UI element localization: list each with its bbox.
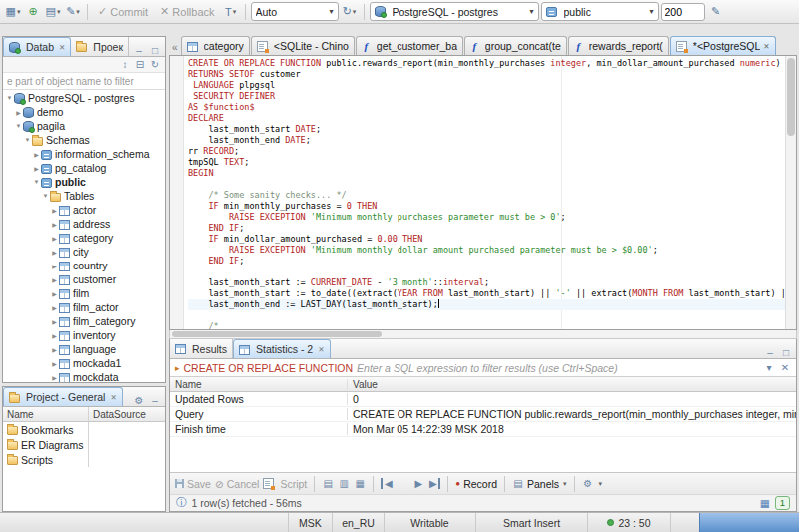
tree-item-film[interactable]: ▶film (3, 286, 165, 300)
minimize-panel-icon[interactable]: – (149, 395, 161, 406)
code-area[interactable]: CREATE OR REPLACE FUNCTION public.reward… (184, 56, 785, 329)
code-line-20[interactable] (188, 266, 785, 277)
close-icon[interactable]: ✕ (318, 345, 324, 354)
editor-tab-rewards-report[interactable]: frewards_report( (568, 36, 669, 55)
collapsed-arrow-icon[interactable]: ▶ (50, 346, 59, 353)
record-button[interactable]: ●Record (455, 478, 497, 490)
tree-item-tables[interactable]: ▼Tables (3, 189, 165, 203)
code-line-1[interactable]: CREATE OR REPLACE FUNCTION public.reward… (188, 58, 785, 69)
tab-overflow-icon[interactable]: « (171, 42, 181, 55)
code-line-2[interactable]: RETURNS SETOF customer (188, 69, 785, 80)
tree-item-demo[interactable]: ▶demo (3, 105, 165, 119)
scrollbar-thumb[interactable] (787, 58, 795, 136)
minimize-panel-icon[interactable]: – (133, 45, 145, 56)
code-line-9[interactable]: rr RECORD; (188, 146, 785, 157)
grid-column-value[interactable]: Value (348, 379, 796, 390)
collapsed-arrow-icon[interactable]: ▶ (14, 109, 23, 116)
editor-tab-get-customer-ba[interactable]: fget_customer_ba (356, 36, 463, 55)
refresh-icon[interactable]: ↻▾ (341, 2, 359, 21)
project-item-bookmarks[interactable]: Bookmarks (3, 422, 165, 437)
maximize-panel-icon[interactable]: □ (149, 45, 161, 56)
collapsed-arrow-icon[interactable]: ▶ (50, 374, 59, 381)
code-line-15[interactable]: RAISE EXCEPTION 'Minimum monthly purchas… (188, 212, 785, 223)
tree-item-customer[interactable]: ▶customer (3, 272, 165, 286)
tree-item-language[interactable]: ▶language (3, 342, 165, 356)
status-writable[interactable]: Writable (384, 513, 475, 532)
results-tab-results[interactable]: Results (170, 339, 233, 358)
code-line-5[interactable]: AS $function$ (188, 102, 785, 113)
transaction-log-icon[interactable]: T▾ (222, 2, 240, 21)
collapsed-arrow-icon[interactable]: ▶ (32, 151, 41, 158)
refresh-tree-icon[interactable]: ↻ (149, 59, 161, 70)
collapsed-arrow-icon[interactable]: ▶ (50, 249, 59, 256)
last-row-icon[interactable]: ▶ (428, 478, 440, 489)
expanded-arrow-icon[interactable]: ▼ (32, 179, 41, 185)
grid-column-name[interactable]: Name (170, 379, 348, 390)
code-line-16[interactable]: END IF; (188, 223, 785, 234)
notification-badge[interactable]: 1 (775, 496, 790, 510)
text-view-icon[interactable]: ▥ (338, 478, 350, 489)
gear-icon[interactable]: ⚙ (133, 395, 145, 406)
filter-history-icon[interactable]: ▾ (763, 362, 775, 373)
collapse-all-icon[interactable]: ⊟ (134, 59, 146, 70)
code-line-14[interactable]: IF min_monthly_purchases = 0 THEN (188, 201, 785, 212)
scrollbar-thumb[interactable] (172, 331, 382, 337)
code-line-11[interactable]: BEGIN (188, 168, 785, 179)
status-smart-insert[interactable]: Smart Insert (475, 513, 587, 532)
expanded-arrow-icon[interactable]: ▼ (14, 123, 23, 129)
expanded-arrow-icon[interactable]: ▼ (23, 137, 32, 143)
tree-item-pg-catalog[interactable]: ▶pg_catalog (3, 161, 165, 175)
code-line-12[interactable] (188, 179, 785, 190)
tree-item-address[interactable]: ▶address (3, 217, 165, 231)
code-line-3[interactable]: LANGUAGE plpgsql (188, 80, 785, 91)
minimize-results-icon[interactable]: – (764, 347, 776, 358)
new-sql-editor-icon[interactable]: ▤▾ (44, 2, 62, 21)
first-row-icon[interactable]: ◀ (381, 478, 393, 489)
code-line-6[interactable]: DECLARE (188, 113, 785, 124)
editor-tab-sqlite-chino[interactable]: <SQLite - Chino (251, 36, 355, 55)
code-line-21[interactable]: last_month_start := CURRENT_DATE - '3 mo… (188, 277, 785, 288)
results-tab-statistics-2[interactable]: Statistics - 2✕ (233, 339, 330, 358)
tree-item-information-schema[interactable]: ▶information_schema (3, 147, 165, 161)
collapsed-arrow-icon[interactable]: ▶ (50, 318, 59, 325)
sql-editor[interactable]: CREATE OR REPLACE FUNCTION public.reward… (169, 55, 797, 330)
close-icon[interactable]: ✕ (110, 393, 116, 402)
code-line-4[interactable]: SECURITY DEFINER (188, 91, 785, 102)
script-button[interactable]: Script (263, 478, 307, 490)
navigator-filter-input[interactable]: e part of object name to filter (3, 73, 165, 90)
collapsed-arrow-icon[interactable]: ▶ (50, 221, 59, 228)
project-item-er-diagrams[interactable]: ER Diagrams (3, 437, 165, 452)
filter-clear-icon[interactable]: ✕ (779, 362, 791, 373)
collapsed-arrow-icon[interactable]: ▶ (50, 276, 59, 283)
open-editor-icon[interactable]: ✎▾ (64, 2, 82, 21)
editor-vertical-scrollbar[interactable] (785, 56, 796, 329)
collapsed-arrow-icon[interactable]: ▶ (50, 290, 59, 297)
column-header-datasource[interactable]: DataSource (89, 407, 165, 421)
tree-item-postgresql-postgres[interactable]: ▼PostgreSQL - postgres (3, 91, 165, 105)
panels-button[interactable]: ▤Panels▾ (512, 478, 567, 490)
tree-item-actor[interactable]: ▶actor (3, 203, 165, 217)
code-line-10[interactable]: tmpSQL TEXT; (188, 157, 785, 168)
expanded-arrow-icon[interactable]: ▼ (5, 95, 14, 101)
schema-combo[interactable]: public▾ (541, 2, 659, 21)
tree-item-inventory[interactable]: ▶inventory (3, 328, 165, 342)
rollback-button[interactable]: ✕Rollback (155, 2, 219, 21)
collapsed-arrow-icon[interactable]: ▶ (50, 360, 59, 367)
link-with-editor-icon[interactable]: ↕ (119, 59, 131, 70)
panel-layout-icon[interactable]: ▦ (354, 478, 366, 489)
tree-item-public[interactable]: ▼public (3, 175, 165, 189)
code-line-19[interactable]: END IF; (188, 256, 785, 266)
editor-tab-postgresql[interactable]: *<PostgreSQL✕ (670, 36, 776, 55)
commit-button[interactable]: ✓Commit (93, 2, 153, 21)
edit-icon[interactable]: ✎ (707, 2, 725, 21)
collapsed-arrow-icon[interactable]: ▶ (50, 207, 59, 214)
grid-view-icon[interactable]: ▤ (322, 478, 334, 489)
collapsed-arrow-icon[interactable]: ▶ (50, 304, 59, 311)
cancel-button[interactable]: ⊘Cancel (215, 478, 260, 490)
code-line-13[interactable]: /* Some sanity checks... */ (188, 190, 785, 201)
collapsed-arrow-icon[interactable]: ▶ (32, 165, 41, 172)
panel-tab-datab[interactable]: Datab✕ (3, 37, 71, 56)
project-item-scripts[interactable]: Scripts (3, 452, 165, 467)
commit-mode-combo[interactable]: Auto▾ (251, 2, 339, 21)
code-line-23[interactable]: last_month_end := LAST_DAY(last_month_st… (188, 299, 785, 310)
